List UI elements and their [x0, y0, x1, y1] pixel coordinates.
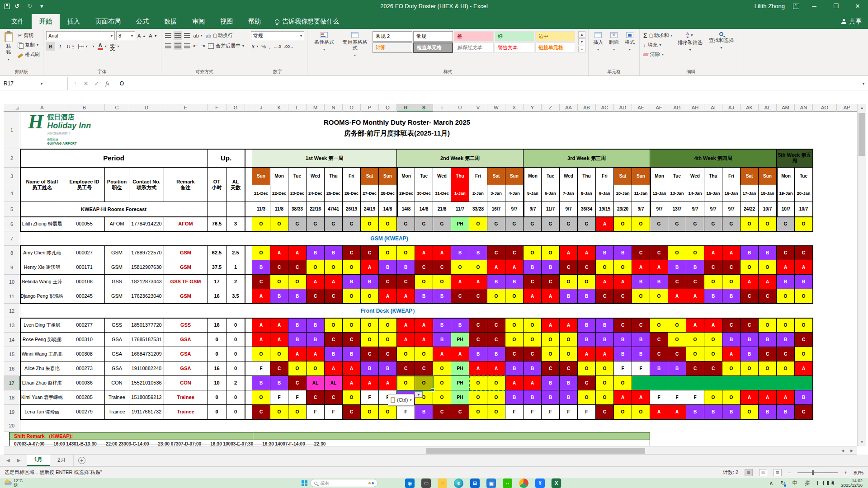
date-cell[interactable]: 6-Jan: [542, 185, 560, 202]
taskbar-search-input[interactable]: 搜索: [310, 479, 378, 487]
al-days[interactable]: 2: [226, 376, 245, 390]
shift-cell[interactable]: O: [596, 390, 614, 405]
shift-cell[interactable]: O: [379, 405, 397, 419]
shift-cell[interactable]: G: [433, 217, 451, 231]
row-header-3[interactable]: 3: [4, 168, 20, 185]
shift-cell[interactable]: O: [704, 347, 722, 361]
day-cell[interactable]: Tue: [542, 168, 560, 185]
shift-cell[interactable]: B: [795, 390, 813, 405]
shift-cell[interactable]: B: [524, 260, 542, 275]
shift-cell[interactable]: B: [632, 347, 650, 361]
shift-cell[interactable]: A: [487, 260, 505, 275]
employee-id[interactable]: 000273: [64, 361, 105, 376]
paste-preview-dropdown[interactable]: ▾: [415, 391, 423, 398]
vertical-scroll-thumb[interactable]: [859, 113, 865, 156]
shift-cell[interactable]: C: [542, 361, 560, 376]
shift-cell[interactable]: C: [795, 405, 813, 419]
shift-cell[interactable]: B: [379, 361, 397, 376]
date-cell[interactable]: 30-Dec: [415, 185, 433, 202]
shift-cell[interactable]: C: [704, 260, 722, 275]
ot-hours[interactable]: 16: [208, 289, 226, 304]
shift-cell[interactable]: A: [415, 333, 433, 347]
shift-cell[interactable]: A: [415, 318, 433, 333]
shift-cell[interactable]: B: [795, 275, 813, 289]
shift-cell[interactable]: O: [560, 275, 578, 289]
column-header-R[interactable]: R: [397, 104, 415, 112]
shift-cell[interactable]: F: [325, 405, 343, 419]
day-cell[interactable]: Mon: [650, 168, 668, 185]
shift-cell[interactable]: C: [632, 318, 650, 333]
shift-cell[interactable]: O: [288, 361, 307, 376]
shift-cell[interactable]: O: [288, 275, 307, 289]
shift-cell[interactable]: A: [795, 260, 813, 275]
date-cell[interactable]: 23-Dec: [288, 185, 307, 202]
shift-cell[interactable]: A: [632, 390, 650, 405]
position[interactable]: GSS: [105, 318, 129, 333]
shift-cell[interactable]: B: [542, 390, 560, 405]
find-select-button[interactable]: 查找和选择▾: [707, 31, 736, 52]
cut-button[interactable]: ✂ 剪切: [17, 31, 41, 40]
shift-cell[interactable]: O: [722, 361, 741, 376]
forecast-cell[interactable]: 10/7: [777, 202, 795, 217]
shift-cell[interactable]: C: [578, 376, 596, 390]
date-cell[interactable]: 10-Jan: [614, 185, 632, 202]
formula-bar-expand-icon[interactable]: ▾: [859, 77, 868, 90]
shift-cell[interactable]: F: [270, 390, 288, 405]
shift-cell[interactable]: A: [560, 246, 578, 260]
position[interactable]: GSS: [105, 275, 129, 289]
staff-name[interactable]: Ethan Zhao 赵梓淇: [20, 376, 64, 390]
align-right-button[interactable]: [183, 42, 191, 50]
shift-cell[interactable]: A: [325, 361, 343, 376]
shift-cell[interactable]: B: [722, 289, 741, 304]
shift-cell[interactable]: A: [632, 260, 650, 275]
taskbar-icon-finance-app[interactable]: ¥: [535, 479, 545, 488]
shift-cell[interactable]: O: [415, 347, 433, 361]
shift-cell[interactable]: O: [704, 333, 722, 347]
shift-cell[interactable]: O: [686, 333, 704, 347]
day-cell[interactable]: Thu: [578, 168, 596, 185]
shift-cell[interactable]: C: [451, 289, 469, 304]
shift-cell[interactable]: O: [505, 289, 524, 304]
shift-cell[interactable]: B: [596, 318, 614, 333]
shift-cell[interactable]: A: [578, 246, 596, 260]
day-cell[interactable]: Tue: [795, 168, 813, 185]
forecast-cell[interactable]: 9/7: [505, 202, 524, 217]
forecast-cell[interactable]: 47/41: [325, 202, 343, 217]
new-sheet-button[interactable]: +: [78, 457, 85, 464]
shift-cell[interactable]: G: [397, 217, 415, 231]
shift-cell[interactable]: B: [325, 347, 343, 361]
vertical-scrollbar[interactable]: ▲ ▼: [857, 104, 866, 446]
row-header-20[interactable]: 20: [4, 419, 20, 432]
shift-cell[interactable]: C: [650, 333, 668, 347]
staff-name[interactable]: Henry Xie 谢沃明: [20, 260, 64, 275]
column-header-G[interactable]: G: [226, 104, 245, 112]
shift-cell[interactable]: C: [632, 246, 650, 260]
shift-cell[interactable]: O: [487, 390, 505, 405]
shift-cell[interactable]: A: [415, 246, 433, 260]
shift-cell[interactable]: O: [270, 347, 288, 361]
shift-cell[interactable]: A: [379, 376, 397, 390]
shift-cell[interactable]: O: [542, 347, 560, 361]
date-cell[interactable]: 1-Jan: [451, 185, 469, 202]
shift-cell[interactable]: PH: [451, 333, 469, 347]
shift-cell[interactable]: A: [288, 246, 307, 260]
shift-cell[interactable]: O: [686, 246, 704, 260]
shift-cell[interactable]: F: [650, 390, 668, 405]
zoom-out-button[interactable]: −: [788, 470, 791, 475]
shift-cell[interactable]: G: [505, 217, 524, 231]
shift-cell[interactable]: B: [759, 246, 777, 260]
position[interactable]: CON: [105, 376, 129, 390]
al-days[interactable]: 0: [226, 390, 245, 405]
shift-cell[interactable]: A: [379, 289, 397, 304]
forecast-cell[interactable]: 11/7: [451, 202, 469, 217]
shift-cell[interactable]: B: [777, 275, 795, 289]
cell-style-计算[interactable]: 计算: [373, 42, 412, 53]
date-cell[interactable]: 5-Jan: [524, 185, 542, 202]
row-header-4[interactable]: 4: [4, 185, 20, 202]
shift-cell[interactable]: A: [397, 289, 415, 304]
shift-cell[interactable]: C: [614, 318, 632, 333]
column-header-M[interactable]: M: [307, 104, 325, 112]
forecast-cell[interactable]: 9/7: [650, 202, 668, 217]
taskbar-icon-chrome-browser[interactable]: ●: [519, 479, 528, 488]
shift-cell[interactable]: O: [542, 246, 560, 260]
